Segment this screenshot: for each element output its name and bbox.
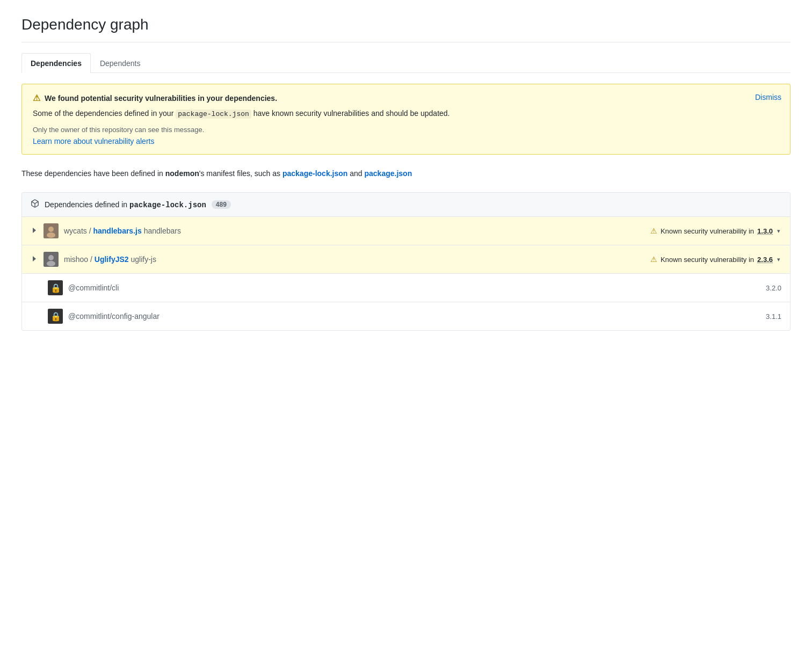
tabs: Dependencies Dependents: [21, 53, 791, 73]
svg-point-5: [47, 261, 55, 266]
dep-row: 🔒 @commitlint/config-angular 3.1.1: [22, 302, 790, 330]
dep-name-plain: @commitlint/config-angular: [68, 312, 160, 321]
expand-button[interactable]: [31, 226, 38, 236]
dep-name-link[interactable]: handlebars.js: [93, 227, 141, 235]
svg-point-1: [48, 227, 54, 232]
svg-text:🔒: 🔒: [50, 311, 61, 322]
svg-point-4: [48, 255, 54, 260]
dep-section-header: Dependencies defined in package-lock.jso…: [22, 193, 790, 217]
avatar: [44, 223, 59, 238]
package-lock-json-link[interactable]: package-lock.json: [282, 169, 347, 178]
expand-button[interactable]: [31, 254, 38, 264]
alert-footer: Only the owner of this repository can se…: [33, 126, 779, 134]
tab-dependents[interactable]: Dependents: [91, 53, 150, 73]
dependencies-section: Dependencies defined in package-lock.jso…: [21, 192, 791, 331]
avatar: 🔒: [48, 309, 63, 324]
version-dropdown-button[interactable]: ▾: [776, 255, 781, 264]
vuln-warning-icon: ⚠: [650, 227, 657, 235]
version-text: 3.1.1: [766, 312, 781, 321]
dep-name-plain: @commitlint/cli: [68, 283, 119, 292]
svg-text:🔒: 🔒: [50, 283, 61, 293]
chevron-right-icon: [33, 256, 36, 261]
package-icon: [31, 199, 39, 210]
alert-title: ⚠ We found potential security vulnerabil…: [33, 93, 779, 103]
chevron-right-icon: [33, 228, 36, 233]
avatar: 🔒: [48, 280, 63, 295]
description: These dependencies have been defined in …: [21, 168, 791, 179]
svg-point-2: [47, 232, 55, 238]
dep-row: 🔒 @commitlint/cli 3.2.0: [22, 274, 790, 302]
tab-dependencies[interactable]: Dependencies: [21, 53, 91, 73]
dep-info: mishoo / UglifyJS2 uglify-js: [64, 255, 156, 264]
dep-row: wycats / handlebars.js handlebars ⚠ Know…: [22, 217, 790, 245]
dep-row: mishoo / UglifyJS2 uglify-js ⚠ Known sec…: [22, 245, 790, 274]
dep-header-text: Dependencies defined in package-lock.jso…: [45, 200, 206, 209]
dep-count-badge: 489: [212, 200, 231, 209]
page-title: Dependency graph: [21, 16, 791, 42]
vuln-version: 2.3.6: [757, 256, 773, 264]
vulnerability-alert: Dismiss ⚠ We found potential security vu…: [21, 84, 791, 155]
version-dropdown-button[interactable]: ▾: [776, 227, 781, 236]
learn-more-link[interactable]: Learn more about vulnerability alerts: [33, 137, 154, 145]
package-json-link[interactable]: package.json: [364, 169, 412, 178]
dep-name-link[interactable]: UglifyJS2: [95, 255, 129, 264]
dismiss-button[interactable]: Dismiss: [755, 93, 781, 101]
alert-body: Some of the dependencies defined in your…: [33, 107, 779, 120]
vuln-warning-icon: ⚠: [650, 255, 657, 264]
dep-org: wycats / handlebars.js handlebars: [64, 227, 181, 235]
avatar: [44, 252, 59, 267]
warning-icon: ⚠: [33, 93, 40, 103]
vuln-version: 1.3.0: [757, 227, 773, 235]
version-text: 3.2.0: [766, 284, 781, 292]
